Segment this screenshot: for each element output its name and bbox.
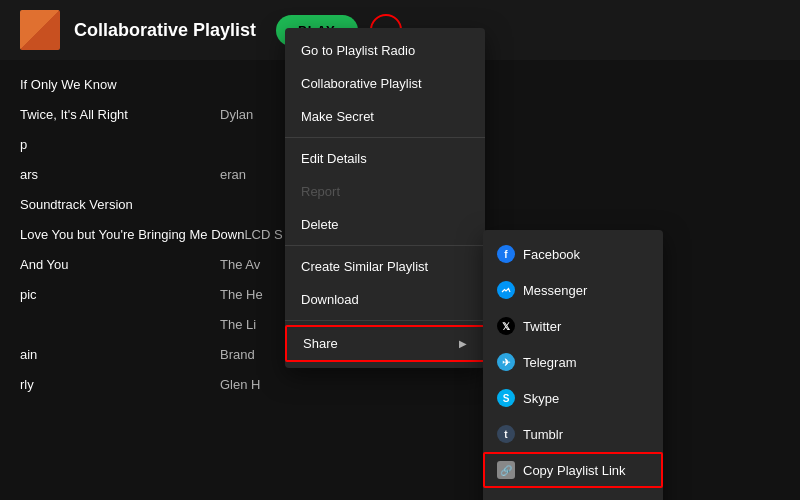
share-label: Tumblr — [523, 427, 563, 442]
track-row[interactable]: rly Glen H — [20, 370, 780, 400]
menu-item-label: Collaborative Playlist — [301, 76, 422, 91]
track-artist: The Av — [220, 257, 260, 272]
track-name: If Only We Know — [20, 77, 220, 92]
track-name: pic — [20, 287, 220, 302]
track-name: Soundtrack Version — [20, 197, 220, 212]
share-telegram[interactable]: ✈ Telegram — [483, 344, 663, 380]
menu-item-label: Create Similar Playlist — [301, 259, 428, 274]
menu-item-delete[interactable]: Delete — [285, 208, 485, 241]
track-name: rly — [20, 377, 220, 392]
share-label: Facebook — [523, 247, 580, 262]
track-artist: eran — [220, 167, 246, 182]
share-tumblr[interactable]: t Tumblr — [483, 416, 663, 452]
track-name: Love You but You're Bringing Me Down — [20, 227, 244, 242]
share-twitter[interactable]: 𝕏 Twitter — [483, 308, 663, 344]
track-name: p — [20, 137, 220, 152]
share-label: Skype — [523, 391, 559, 406]
menu-item-create-similar[interactable]: Create Similar Playlist — [285, 250, 485, 283]
copy-link-icon: 🔗 — [497, 461, 515, 479]
menu-item-label: Go to Playlist Radio — [301, 43, 415, 58]
menu-separator — [285, 137, 485, 138]
playlist-title: Collaborative Playlist — [74, 20, 256, 41]
twitter-icon: 𝕏 — [497, 317, 515, 335]
skype-icon: S — [497, 389, 515, 407]
menu-item-label: Make Secret — [301, 109, 374, 124]
track-artist: LCD S — [244, 227, 282, 242]
track-name: And You — [20, 257, 220, 272]
menu-separator — [285, 320, 485, 321]
menu-item-edit-details[interactable]: Edit Details — [285, 142, 485, 175]
menu-item-label: Edit Details — [301, 151, 367, 166]
menu-item-collaborative[interactable]: Collaborative Playlist — [285, 67, 485, 100]
menu-item-label: Report — [301, 184, 340, 199]
share-label: Twitter — [523, 319, 561, 334]
menu-item-label: Delete — [301, 217, 339, 232]
share-label: Copy Playlist Link — [523, 463, 626, 478]
track-name: ars — [20, 167, 220, 182]
share-skype[interactable]: S Skype — [483, 380, 663, 416]
menu-item-share[interactable]: Share ▶ — [285, 325, 485, 362]
album-thumbnail — [20, 10, 60, 50]
menu-item-make-secret[interactable]: Make Secret — [285, 100, 485, 133]
share-messenger[interactable]: Messenger — [483, 272, 663, 308]
track-artist: Dylan — [220, 107, 253, 122]
menu-item-report: Report — [285, 175, 485, 208]
messenger-icon — [497, 281, 515, 299]
facebook-icon: f — [497, 245, 515, 263]
tumblr-icon: t — [497, 425, 515, 443]
chevron-right-icon: ▶ — [459, 338, 467, 349]
menu-item-label: Share — [303, 336, 338, 351]
menu-separator — [285, 245, 485, 246]
menu-item-download[interactable]: Download — [285, 283, 485, 316]
menu-item-label: Download — [301, 292, 359, 307]
track-artist: The Li — [220, 317, 256, 332]
share-copy-link[interactable]: 🔗 Copy Playlist Link — [483, 452, 663, 488]
share-submenu: f Facebook Messenger 𝕏 Twitter ✈ Telegra… — [483, 230, 663, 500]
share-facebook[interactable]: f Facebook — [483, 236, 663, 272]
share-label: Telegram — [523, 355, 576, 370]
track-artist: Brand — [220, 347, 255, 362]
share-copy-embed[interactable]: Copy Embed Code — [483, 488, 663, 500]
track-artist: Glen H — [220, 377, 260, 392]
menu-item-playlist-radio[interactable]: Go to Playlist Radio — [285, 34, 485, 67]
share-label: Messenger — [523, 283, 587, 298]
track-name: ain — [20, 347, 220, 362]
track-artist: The He — [220, 287, 263, 302]
context-menu: Go to Playlist Radio Collaborative Playl… — [285, 28, 485, 368]
telegram-icon: ✈ — [497, 353, 515, 371]
track-name: Twice, It's All Right — [20, 107, 220, 122]
